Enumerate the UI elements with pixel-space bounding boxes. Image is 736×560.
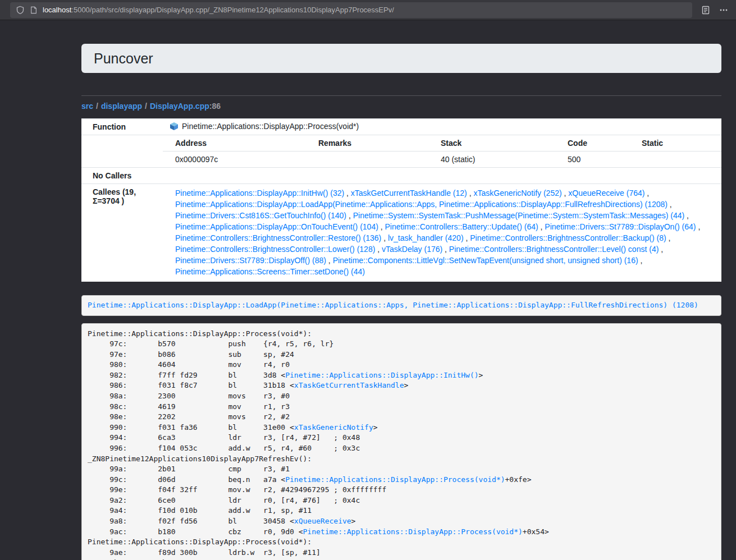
breadcrumb-link-displayapp[interactable]: displayapp [101, 102, 142, 111]
callee-separator: , [326, 256, 333, 265]
disassembly-line: 98c: 4619 mov r1, r3 [88, 402, 715, 412]
callee-link[interactable]: Pinetime::Drivers::St7789::DisplayOn() (… [545, 222, 696, 231]
url-text[interactable]: localhost:5000/path/src/displayapp/Displ… [43, 6, 394, 14]
callee-link[interactable]: Pinetime::Drivers::St7789::DisplayOff() … [175, 256, 326, 265]
callee-separator: , [346, 211, 353, 220]
breadcrumb-line-number: :86 [209, 102, 221, 111]
column-header-remarks: Remarks [306, 135, 428, 152]
function-name: Pinetime::Applications::DisplayApp::Proc… [182, 122, 359, 131]
callee-link[interactable]: Pinetime::Components::LittleVgl::SetNewT… [333, 256, 638, 265]
disassembly-line: 9a4: f10d 010b add.w r1, sp, #11 [88, 506, 715, 516]
column-header-static: Static [629, 135, 721, 152]
callee-link[interactable]: vTaskDelay (176) [382, 245, 442, 254]
callee-link[interactable]: xTaskGetCurrentTaskHandle (12) [351, 189, 467, 198]
disassembly-block: Pinetime::Applications::DisplayApp::Proc… [81, 323, 721, 560]
column-header-address: Address [163, 135, 306, 152]
disassembly-line: 990: f031 fa36 bl 31e00 <xTaskGenericNot… [88, 423, 715, 433]
callee-link[interactable]: Pinetime::Applications::DisplayApp::OnTo… [175, 222, 378, 231]
callee-link[interactable]: Pinetime::Applications::DisplayApp::Load… [175, 200, 668, 209]
disassembly-line: 9a8: f02f fd56 bl 30458 <xQueueReceive> [88, 516, 715, 527]
callee-separator: , [562, 189, 569, 198]
app-title: Puncover [94, 51, 153, 67]
callee-link[interactable]: Pinetime::Applications::Screens::Timer::… [175, 267, 365, 276]
callee-separator: , [668, 200, 672, 209]
url-domain: localhost [43, 6, 71, 14]
no-callers-label: No Callers [81, 168, 163, 184]
disassembly-line: 9b2: 2b2c cmp r3, #44 ; 0x2c [88, 558, 715, 560]
callees-label: Callees (19, Σ=3704 ) [81, 184, 163, 282]
disassembly-line: Pinetime::Applications::DisplayApp::Proc… [88, 537, 715, 548]
disassembly-line: 986: f031 f8c7 bl 31b18 <xTaskGetCurrent… [88, 380, 715, 391]
callee-separator: , [375, 245, 382, 254]
address-value: 0x0000097c [163, 152, 306, 168]
more-menu-icon[interactable] [719, 6, 728, 15]
callee-link[interactable]: xTaskGenericNotify (252) [473, 189, 561, 198]
static-size-value [629, 152, 721, 168]
disassembly-line: 97c: b570 push {r4, r5, r6, lr} [88, 339, 715, 350]
callee-link[interactable]: Pinetime::Drivers::Cst816S::GetTouchInfo… [175, 211, 346, 220]
breadcrumb-separator: / [145, 102, 147, 111]
function-row-label: Function [81, 119, 163, 135]
disassembly-line: 9ac: b180 cbz r0, 9d0 <Pinetime::Applica… [88, 527, 715, 538]
app-header: Puncover [81, 44, 721, 73]
symbol-link[interactable]: Pinetime::Applications::DisplayApp::Proc… [303, 527, 523, 536]
callers-list-empty [163, 168, 721, 184]
callee-link[interactable]: Pinetime::Controllers::BrightnessControl… [175, 233, 381, 242]
callee-separator: , [538, 222, 545, 231]
callee-link[interactable]: xQueueReceive (764) [568, 189, 644, 198]
disassembly-line: 994: 6ca3 ldr r3, [r4, #72] ; 0x48 [88, 433, 715, 443]
callee-link[interactable]: lv_task_handler (420) [388, 233, 464, 242]
url-bar[interactable]: localhost:5000/path/src/displayapp/Displ… [10, 2, 692, 18]
disassembly-line: _ZN8Pinetime12Applications10DisplayApp7R… [88, 454, 715, 465]
callee-separator: , [666, 233, 671, 242]
symbol-stats-table: Address Remarks Stack Code Static 0x0000… [163, 135, 721, 167]
disassembly-line: 99e: f04f 32ff mov.w r2, #4294967295 ; 0… [88, 485, 715, 495]
callee-link[interactable]: Pinetime::Controllers::BrightnessControl… [470, 233, 666, 242]
breadcrumb: src/displayapp/DisplayApp.cpp:86 [81, 101, 721, 111]
reader-view-icon[interactable] [701, 6, 710, 15]
callee-separator: , [381, 233, 388, 242]
stats-row-spacer [81, 135, 163, 168]
breadcrumb-link-src[interactable]: src [81, 102, 93, 111]
code-size-value: 500 [555, 152, 629, 168]
disassembly-line: 996: f104 053c add.w r5, r4, #60 ; 0x3c [88, 443, 715, 454]
selected-symbol-link[interactable]: Pinetime::Applications::DisplayApp::Load… [88, 301, 698, 309]
callee-separator: , [638, 256, 643, 265]
disassembly-line: 9a2: 6ce0 ldr r0, [r4, #76] ; 0x4c [88, 495, 715, 506]
disassembly-line: 980: 4604 mov r4, r0 [88, 360, 715, 370]
callee-separator: , [659, 245, 663, 254]
disassembly-line: 98e: 2202 movs r2, #2 [88, 412, 715, 423]
breadcrumb-link-file[interactable]: DisplayApp.cpp [150, 102, 209, 111]
page-container: Puncover src/displayapp/DisplayApp.cpp:8… [81, 44, 721, 560]
symbol-link[interactable]: xTaskGenericNotify [294, 423, 373, 432]
symbol-link[interactable]: xTaskGetCurrentTaskHandle [294, 381, 404, 389]
function-type-icon [170, 122, 179, 131]
disassembly-line: Pinetime::Applications::DisplayApp::Proc… [88, 329, 715, 339]
symbol-link[interactable]: Pinetime::Applications::DisplayApp::Init… [285, 371, 478, 379]
callee-link[interactable]: Pinetime::Controllers::Battery::Update()… [385, 222, 538, 231]
stack-value: 40 (static) [428, 152, 555, 168]
callee-separator: , [696, 222, 701, 231]
callee-link[interactable]: Pinetime::Applications::DisplayApp::Init… [175, 189, 344, 198]
callee-separator: , [684, 211, 689, 220]
divider [81, 95, 721, 96]
symbol-link[interactable]: Pinetime::Applications::DisplayApp::Proc… [285, 475, 505, 484]
disassembly-line: 982: f7ff fd29 bl 3d8 <Pinetime::Applica… [88, 370, 715, 381]
disassembly-line: 99a: 2b01 cmp r3, #1 [88, 464, 715, 475]
column-header-code: Code [555, 135, 629, 152]
page-info-icon[interactable] [30, 6, 38, 14]
callee-separator: , [442, 245, 449, 254]
callee-link[interactable]: Pinetime::Controllers::BrightnessControl… [175, 245, 375, 254]
callee-separator: , [378, 222, 385, 231]
breadcrumb-separator: / [96, 102, 98, 111]
function-table: Function Pinetime::Applications::Display… [81, 118, 721, 282]
url-path: :5000/path/src/displayapp/DisplayApp.cpp… [71, 6, 394, 14]
callee-link[interactable]: Pinetime::Controllers::BrightnessControl… [449, 245, 659, 254]
tracking-shield-icon[interactable] [16, 6, 25, 15]
disassembly-line: 98a: 2300 movs r3, #0 [88, 391, 715, 402]
disassembly-line: 9ae: f89d 300b ldrb.w r3, [sp, #11] [88, 548, 715, 558]
callee-separator: , [467, 189, 474, 198]
callee-separator: , [464, 233, 470, 242]
callee-link[interactable]: Pinetime::System::SystemTask::PushMessag… [353, 211, 685, 220]
symbol-link[interactable]: xQueueReceive [294, 517, 351, 525]
